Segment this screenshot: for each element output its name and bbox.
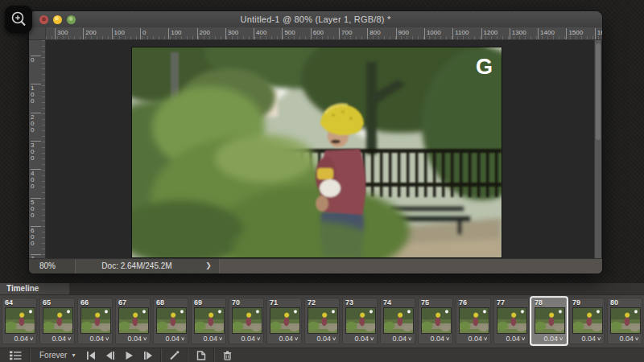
timeline-frame[interactable]: 64 0.04∨ — [2, 298, 37, 344]
timeline-frame[interactable]: 65 0.04∨ — [39, 298, 75, 344]
frame-thumbnail[interactable] — [194, 307, 225, 334]
frame-duration-dropdown[interactable]: 0.04∨ — [279, 335, 299, 343]
timeline-frame[interactable]: 70 0.04∨ — [229, 298, 264, 344]
frame-thumbnail[interactable] — [118, 307, 149, 334]
frame-thumbnail[interactable] — [497, 307, 527, 334]
timeline-frame[interactable]: 71 0.04∨ — [266, 298, 302, 344]
frame-duration-dropdown[interactable]: 0.04∨ — [242, 335, 261, 343]
frame-duration-dropdown[interactable]: 0.04∨ — [128, 335, 147, 343]
frame-thumbnail[interactable] — [459, 307, 489, 334]
first-frame-icon — [86, 352, 96, 360]
timeline-frame[interactable]: 76 0.04∨ — [456, 298, 491, 344]
frame-duration-value: 0.04 — [90, 335, 105, 343]
delete-frame-button[interactable] — [217, 348, 237, 362]
play-button[interactable] — [120, 348, 138, 362]
timeline-frame[interactable]: 74 0.04∨ — [380, 298, 415, 344]
new-frame-icon — [196, 351, 206, 360]
duration-caret-icon: ∨ — [67, 336, 72, 342]
loop-count-dropdown[interactable]: Forever ▾ — [33, 348, 81, 362]
frame-duration-dropdown[interactable]: 0.04∨ — [431, 335, 450, 343]
ruler-top-label: 600 — [311, 28, 324, 39]
frame-duration-dropdown[interactable]: 0.04∨ — [393, 335, 412, 343]
frame-thumbnail[interactable] — [80, 307, 111, 334]
frame-duration-dropdown[interactable]: 0.04∨ — [14, 335, 34, 343]
duration-caret-icon: ∨ — [559, 336, 564, 342]
zoom-level-field[interactable]: 80% — [29, 259, 76, 274]
status-chevron-icon[interactable]: ❯ — [198, 259, 220, 274]
next-frame-button[interactable] — [138, 348, 158, 362]
frame-number: 79 — [572, 298, 580, 306]
photo-scene: G — [132, 47, 502, 257]
frame-duration-dropdown[interactable]: 0.04∨ — [620, 335, 639, 343]
title-bar[interactable]: Untitled-1 @ 80% (Layer 1, RGB/8) * — [29, 11, 602, 28]
frame-duration-dropdown[interactable]: 0.04∨ — [204, 335, 223, 343]
frame-duration-dropdown[interactable]: 0.04∨ — [506, 335, 526, 343]
frame-duration-value: 0.04 — [355, 335, 369, 343]
previous-frame-button[interactable] — [101, 348, 120, 362]
frame-duration-dropdown[interactable]: 0.04∨ — [469, 335, 488, 343]
frame-duration-dropdown[interactable]: 0.04∨ — [544, 335, 564, 343]
duration-caret-icon: ∨ — [521, 336, 526, 342]
frame-duration-dropdown[interactable]: 0.04∨ — [90, 335, 109, 343]
frame-duration-value: 0.04 — [279, 335, 294, 343]
timeline-frame[interactable]: 72 0.04∨ — [304, 298, 340, 344]
timeline-frame[interactable]: 73 0.04∨ — [342, 298, 378, 344]
status-filler — [220, 259, 602, 274]
ruler-top-label: 500 — [282, 28, 295, 39]
timeline-tab[interactable]: Timeline — [0, 283, 69, 294]
horizontal-ruler: 3002001000100200300400500600700800900100… — [29, 27, 602, 40]
first-frame-button[interactable] — [81, 348, 101, 362]
frame-thumbnail[interactable] — [610, 307, 641, 334]
timeline-frame[interactable]: 68 0.04∨ — [153, 298, 188, 344]
divider — [160, 348, 162, 362]
zoom-tool-button[interactable] — [5, 6, 32, 33]
frame-duration-dropdown[interactable]: 0.04∨ — [166, 335, 185, 343]
frame-duration-dropdown[interactable]: 0.04∨ — [317, 335, 336, 343]
frame-duration-value: 0.04 — [128, 335, 142, 343]
canvas-image[interactable]: G — [131, 47, 502, 258]
timeline-frame[interactable]: 75 0.04∨ — [418, 298, 453, 344]
frame-thumbnail[interactable] — [421, 307, 452, 334]
frame-duration-value: 0.04 — [620, 335, 634, 343]
duration-caret-icon: ∨ — [634, 336, 639, 342]
frame-thumbnail[interactable] — [535, 307, 565, 334]
timeline-frame[interactable]: 67 0.04∨ — [115, 298, 151, 344]
timeline-frame[interactable]: 80 0.04∨ — [607, 298, 642, 344]
frame-duration-value: 0.04 — [431, 335, 445, 343]
frame-thumbnail[interactable] — [572, 307, 603, 334]
frame-thumbnail[interactable] — [270, 307, 300, 334]
frame-duration-dropdown[interactable]: 0.04∨ — [52, 335, 72, 343]
timeline-panel: Timeline 64 0.04∨ 65 0.04∨ 66 0.04∨ 67 0… — [0, 283, 644, 362]
frame-thumbnail[interactable] — [43, 307, 73, 334]
window-title: Untitled-1 @ 80% (Layer 1, RGB/8) * — [29, 11, 602, 27]
frame-thumbnail[interactable] — [5, 307, 35, 334]
timeline-frame[interactable]: 79 0.04∨ — [569, 298, 605, 344]
frame-thumbnail[interactable] — [156, 307, 187, 334]
frame-thumbnail[interactable] — [308, 307, 338, 334]
timeline-frame[interactable]: 69 0.04∨ — [191, 298, 226, 344]
frame-duration-dropdown[interactable]: 0.04∨ — [582, 335, 601, 343]
divider — [213, 348, 215, 362]
vertical-scrollbar[interactable] — [594, 40, 601, 259]
canvas-area: 0100200300400500600700 — [29, 40, 602, 259]
timeline-frame[interactable]: 77 0.04∨ — [493, 298, 529, 344]
status-bar: 80% Doc: 2.64M/245.2M ❯ — [29, 258, 602, 274]
frame-number: 65 — [43, 298, 51, 306]
duration-caret-icon: ∨ — [332, 336, 336, 342]
duplicate-frame-button[interactable] — [191, 348, 211, 362]
ruler-left-label: 200 — [31, 113, 41, 134]
g-logo: G — [476, 55, 493, 79]
frame-thumbnail[interactable] — [232, 307, 262, 334]
divider — [187, 348, 188, 362]
loop-count-label: Forever — [39, 351, 67, 360]
ruler-left-label: 0 — [31, 56, 41, 64]
duration-caret-icon: ∨ — [407, 336, 412, 342]
frame-duration-dropdown[interactable]: 0.04∨ — [355, 335, 374, 343]
frame-duration-value: 0.04 — [166, 335, 180, 343]
tween-button[interactable] — [164, 348, 184, 362]
convert-to-video-timeline-button[interactable] — [5, 348, 27, 362]
frame-thumbnail[interactable] — [383, 307, 414, 334]
frame-thumbnail[interactable] — [345, 307, 376, 334]
timeline-frame[interactable]: 78 0.04∨ — [531, 298, 567, 344]
timeline-frame[interactable]: 66 0.04∨ — [77, 298, 113, 344]
